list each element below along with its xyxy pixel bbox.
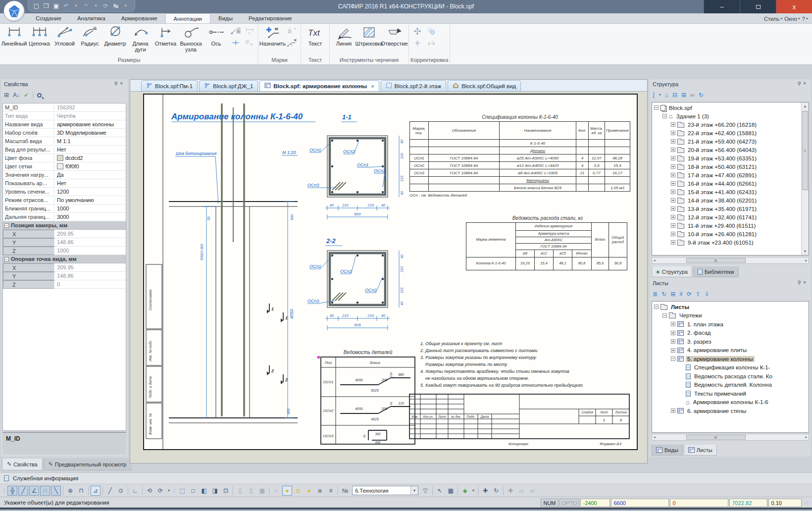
sync-model[interactable]: ⟳ [102,1,110,10]
move-up-icon[interactable]: ⇧ [696,291,701,297]
expand-icon[interactable]: + [671,139,675,144]
lamp-off-button[interactable]: ○ [271,486,281,496]
coordinate-field-4[interactable]: 7022.82 [729,499,767,507]
property-value[interactable]: 209.95 [54,264,126,270]
lamp-on-button[interactable]: ● [282,486,292,496]
ribbon-tab-3[interactable]: Армирование [113,13,165,23]
chevron-down-icon[interactable]: ▾ [410,486,418,495]
sheets-hscrollbar[interactable]: ◂III▸ [652,434,809,441]
menu-Окно[interactable]: Окно▾ [784,16,800,22]
property-value[interactable]: Нет [54,180,126,186]
open-document[interactable]: ❒ [42,1,51,10]
ribbon-tab-2[interactable]: Аналитика [69,13,113,23]
sheets-tree[interactable]: −Листы−Чертежи+1. план этажа+2. фасад+3.… [652,301,809,433]
section-box-icon[interactable]: ⊟ [672,92,677,98]
coordinate-field-1[interactable]: -2400 [580,499,610,507]
view-tab[interactable]: Block.spf:ДЖ_1 [199,80,258,91]
expand-icon[interactable]: + [671,348,675,353]
tree-item[interactable]: +12-й этаж +32.400 (61741) [652,213,801,221]
rotate-more-button[interactable]: ▾ [166,486,171,496]
expand-icon[interactable]: + [671,122,675,127]
view-tab[interactable]: Block.spf: армирование колонны× [259,80,379,91]
unlock-object-button[interactable]: ⊓ [76,486,86,496]
close-tab-icon[interactable]: × [371,83,374,89]
view-tab[interactable]: Block.spf:Общий вид [448,80,521,91]
property-value[interactable]: 156392 [54,104,126,110]
property-row[interactable]: Z0 [3,280,126,289]
ribbon-txt-button[interactable]: TxtТекст [303,24,328,47]
property-value[interactable]: 0 [54,281,126,287]
property-group[interactable]: −Позиция камеры, мм [3,221,126,230]
expand-icon[interactable]: + [671,148,675,152]
property-value[interactable]: Нет [54,147,126,153]
find-object-icon[interactable]: ∞ [690,92,695,98]
draw-line-button[interactable]: ╱ [105,486,115,496]
tree-item[interactable]: +21-й этаж +59.400 (64273) [652,137,801,146]
tree-item[interactable]: ⌂Армирование колонны К-1-6 [652,398,808,407]
expand-icon[interactable]: + [671,190,675,194]
snap-line-button[interactable]: ╱ [18,486,28,496]
expand-icon[interactable]: + [671,331,675,335]
property-row[interactable]: Уровень сечени...1200 [3,188,126,196]
tree-item[interactable]: +10-й этаж +26.400 (61281) [652,230,801,238]
ribbon-pencil-line-button[interactable]: Линия [331,24,356,47]
correct-scale-button[interactable] [425,26,437,37]
expand-icon[interactable]: + [671,232,675,236]
expand-icon[interactable]: + [671,156,675,160]
coordinate-field-2[interactable]: 6600 [611,499,669,507]
categorize-icon[interactable]: ⊞ [4,92,9,98]
structure-vscrollbar[interactable]: ▲≡▼ [801,102,809,255]
show-plans-button[interactable]: ▯ [235,486,245,496]
tab-Свойства[interactable]: ✎Свойства [2,459,43,470]
layers-visibility-button[interactable]: ≡ [326,486,336,496]
expand-icon[interactable]: + [671,339,675,344]
show-grids-button[interactable]: ▦ [257,486,267,496]
tab-Структура[interactable]: ◈Структура [652,266,692,277]
ribbon-hole-button[interactable]: Отверстие [382,24,407,47]
new-sheet-icon[interactable]: ⊞ [670,291,675,297]
redo-button[interactable]: ↷ [82,1,90,10]
app-logo-icon[interactable] [3,0,25,22]
property-value[interactable]: 1200 [54,189,126,195]
tree-item[interactable]: +22-й этаж +62.400 (15881) [652,129,801,137]
transform-move-button[interactable]: ✚ [506,486,515,496]
apply-more-button[interactable]: ▾ [471,486,476,496]
property-row[interactable]: Дальняя границ...3000 [3,213,126,221]
property-value[interactable]: dcdcd2 [54,155,126,161]
expand-icon[interactable]: + [671,409,675,413]
menu-?[interactable]: ?▾ [802,16,808,22]
drag-handle[interactable]: ⁞ [3,488,5,494]
transform-plane-2-button[interactable]: ▱ [527,486,537,496]
ribbon-dim-diameter-button[interactable]: Диаметр [102,24,128,47]
expand-icon[interactable]: + [671,206,675,211]
expand-icon[interactable]: + [671,131,675,135]
mark-leader-button[interactable]: М [286,38,298,49]
light-object-button[interactable]: ◙ [315,486,325,496]
rotate-x-button[interactable]: ⟲ [145,486,154,496]
show-facades-button[interactable]: ▯ [246,486,256,496]
tree-item[interactable]: Спецификация колонны К-1- [652,363,808,372]
crosshair-marker-button[interactable] [230,38,242,49]
drag-handle[interactable]: ⁞ [173,488,175,494]
view-tab[interactable]: Block.spf:Пм-1 [141,80,198,91]
tree-item[interactable]: −Листы [652,303,808,311]
expand-icon[interactable]: + [671,173,675,177]
property-value[interactable]: 209.95 [54,231,126,237]
coordinate-field-3[interactable]: 0 [670,499,728,507]
collapse-icon[interactable]: − [4,223,9,228]
expand-icon[interactable]: + [671,181,675,186]
service-info-bar[interactable]: Служебная информация [0,472,812,484]
tree-item[interactable]: Ведомость расхода стали. Ко [652,372,808,381]
view-wireframe-button[interactable]: ⬚ [177,486,187,496]
property-value[interactable]: 3000 [54,214,126,220]
property-row[interactable]: Цвет сеткиf0f0f0 [3,162,126,171]
tree-item[interactable]: +18-й этаж +50.400 (63121) [652,162,801,171]
tree-item[interactable]: +17-й этаж +47.400 (62891) [652,171,801,179]
move-down-icon[interactable]: ⇩ [705,291,710,297]
snap-points-button[interactable]: ∷ [40,486,50,496]
view-area[interactable]: СогласованоИнв. № подл.Подп. и датаВзам.… [130,92,647,463]
structure-hscrollbar[interactable]: ◂III▸ [652,257,809,264]
draw-circle-button[interactable]: ⊙ [116,486,126,496]
apply-check-button[interactable]: ◈ [460,486,470,496]
close-icon[interactable]: × [803,81,808,86]
